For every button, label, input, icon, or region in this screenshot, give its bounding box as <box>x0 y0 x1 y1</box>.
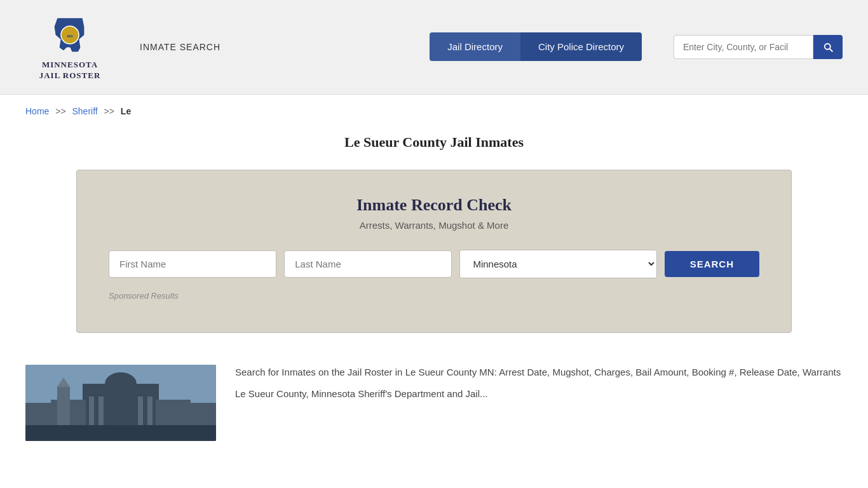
header-search-input[interactable] <box>674 35 813 59</box>
record-search-button[interactable]: SEARCH <box>665 251 759 277</box>
record-check-form: Minnesota Alabama Alaska Arizona SEARCH <box>109 250 759 278</box>
minnesota-logo-svg: MN <box>48 13 92 57</box>
site-header: MN MINNESOTA JAIL ROSTER INMATE SEARCH J… <box>0 0 868 95</box>
logo-area: MN MINNESOTA JAIL ROSTER <box>25 13 114 81</box>
breadcrumb-sheriff[interactable]: Sheriff <box>72 106 98 116</box>
bottom-section: Search for Inmates on the Jail Roster in… <box>0 352 868 454</box>
bottom-text: Search for Inmates on the Jail Roster in… <box>235 365 843 408</box>
city-police-directory-button[interactable]: City Police Directory <box>520 32 642 61</box>
logo-image: MN <box>48 13 92 57</box>
jail-directory-button[interactable]: Jail Directory <box>430 32 520 61</box>
header-search-bar <box>674 35 843 59</box>
header-search-button[interactable] <box>813 35 843 59</box>
sponsored-results-label: Sponsored Results <box>109 291 759 301</box>
courthouse-svg <box>25 365 216 441</box>
svg-rect-13 <box>25 425 216 441</box>
record-check-subtitle: Arrests, Warrants, Mugshot & More <box>109 220 759 231</box>
state-select[interactable]: Minnesota Alabama Alaska Arizona <box>459 250 656 278</box>
inmate-search-link[interactable]: INMATE SEARCH <box>140 42 220 52</box>
svg-point-6 <box>105 372 137 395</box>
last-name-input[interactable] <box>284 250 452 278</box>
record-check-title: Inmate Record Check <box>109 196 759 215</box>
breadcrumb-sep1: >> <box>55 106 65 116</box>
svg-text:MN: MN <box>67 34 72 38</box>
breadcrumb-sep2: >> <box>104 106 114 116</box>
breadcrumb: Home >> Sheriff >> Le <box>0 95 868 128</box>
breadcrumb-home[interactable]: Home <box>25 106 49 116</box>
breadcrumb-current: Le <box>121 106 131 116</box>
first-name-input[interactable] <box>109 250 276 278</box>
search-icon <box>822 41 834 53</box>
page-title: Le Sueur County Jail Inmates <box>25 134 843 151</box>
bottom-description-1: Search for Inmates on the Jail Roster in… <box>235 365 843 380</box>
svg-rect-14 <box>57 387 70 425</box>
record-check-box: Inmate Record Check Arrests, Warrants, M… <box>76 170 792 333</box>
logo-title: MINNESOTA JAIL ROSTER <box>39 60 101 81</box>
courthouse-image <box>25 365 216 441</box>
bottom-description-2: Le Sueur County, Minnesota Sheriff's Dep… <box>235 386 843 402</box>
nav-buttons: Jail Directory City Police Directory <box>430 32 642 61</box>
